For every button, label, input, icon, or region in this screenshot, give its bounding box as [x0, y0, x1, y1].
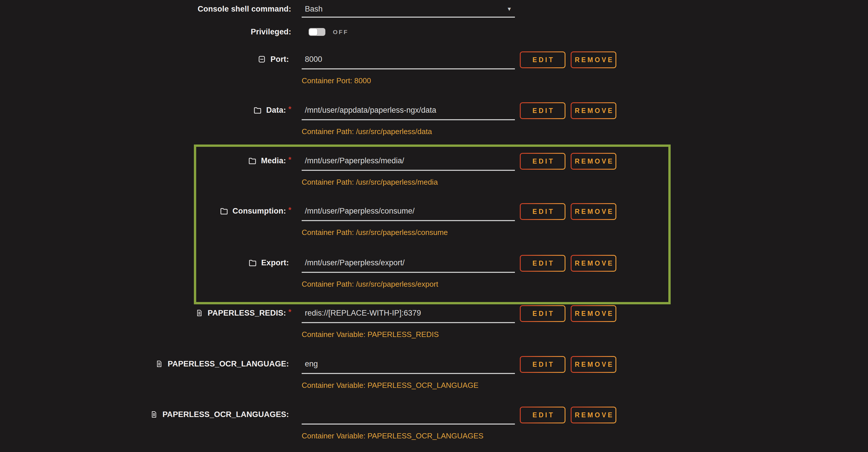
edit-button[interactable]: EDIT: [520, 102, 565, 119]
folder-icon: [253, 106, 262, 115]
field-label-cell: Privileged:: [0, 24, 291, 39]
privileged-label: Privileged:: [251, 27, 291, 36]
row-privileged: Privileged: OFF: [0, 24, 868, 50]
row-consumption: Consumption: * /mnt/user/Paperpless/cons…: [0, 202, 868, 253]
paperless-redis-label: PAPERLESS_REDIS:: [208, 309, 286, 318]
required-asterisk: *: [288, 155, 291, 164]
docker-container-settings-form: Console shell command: Bash ▾ Privileged…: [0, 0, 868, 452]
field-label-cell: Media: *: [0, 152, 291, 170]
container-path-label: Container Path: /usr/src/paperless/media: [302, 177, 438, 187]
media-value-field[interactable]: /mnt/user/Paperpless/media/: [305, 152, 404, 170]
remove-button[interactable]: REMOVE: [571, 356, 616, 373]
input-underline: [302, 68, 515, 69]
input-underline: [302, 119, 515, 120]
remove-button[interactable]: REMOVE: [571, 255, 616, 272]
row-paperless-ocr-language: PAPERLESS_OCR_LANGUAGE: eng EDIT REMOVE …: [0, 355, 868, 406]
input-underline: [302, 322, 515, 323]
field-label-cell: Console shell command:: [0, 0, 291, 18]
file-text-icon: [150, 411, 158, 419]
port-label: Port:: [271, 55, 289, 64]
edit-button[interactable]: EDIT: [520, 203, 565, 220]
media-label: Media:: [261, 156, 286, 165]
paperless-ocr-language-label: PAPERLESS_OCR_LANGUAGE:: [167, 360, 289, 368]
field-label-cell: PAPERLESS_OCR_LANGUAGES:: [0, 405, 291, 423]
data-label: Data:: [266, 106, 286, 115]
export-label: Export:: [261, 259, 289, 267]
remove-button[interactable]: REMOVE: [571, 406, 616, 423]
remove-button[interactable]: REMOVE: [571, 102, 616, 119]
privileged-toggle[interactable]: [309, 28, 326, 36]
remove-button[interactable]: REMOVE: [571, 153, 616, 170]
remove-button[interactable]: REMOVE: [571, 203, 616, 220]
container-variable-label: Container Variable: PAPERLESS_REDIS: [302, 329, 439, 339]
input-underline: [302, 220, 515, 221]
file-text-icon: [195, 309, 204, 317]
toggle-knob: [309, 29, 317, 35]
row-paperless-ocr-languages: PAPERLESS_OCR_LANGUAGES: EDIT REMOVE Con…: [0, 405, 868, 452]
remove-button[interactable]: REMOVE: [571, 52, 616, 68]
field-label-cell: PAPERLESS_OCR_LANGUAGE:: [0, 355, 291, 373]
field-label-cell: PAPERLESS_REDIS: *: [0, 304, 291, 322]
required-asterisk: *: [288, 307, 291, 317]
input-underline: [302, 272, 515, 273]
field-label-cell: Port:: [0, 50, 291, 68]
required-asterisk: *: [288, 104, 291, 114]
container-path-label: Container Path: /usr/src/paperless/expor…: [302, 279, 438, 289]
row-port: Port: 8000 EDIT REMOVE Container Port: 8…: [0, 50, 868, 101]
console-shell-command-label: Console shell command:: [198, 5, 291, 13]
remove-button[interactable]: REMOVE: [571, 305, 616, 322]
folder-icon: [220, 207, 228, 215]
container-path-label: Container Path: /usr/src/paperless/data: [302, 127, 432, 137]
field-label-cell: Consumption: *: [0, 202, 291, 220]
row-export: Export: /mnt/user/Paperpless/export/ EDI…: [0, 254, 868, 305]
paperless-ocr-languages-label: PAPERLESS_OCR_LANGUAGES:: [162, 410, 289, 419]
row-paperless-redis: PAPERLESS_REDIS: * redis://[REPLACE-WITH…: [0, 304, 868, 355]
paperless-redis-value-field[interactable]: redis://[REPLACE-WITH-IP]:6379: [305, 304, 421, 322]
container-variable-label: Container Variable: PAPERLESS_OCR_LANGUA…: [302, 431, 484, 441]
folder-icon: [248, 156, 256, 165]
consumption-label: Consumption:: [232, 207, 286, 216]
port-value-field[interactable]: 8000: [305, 50, 322, 68]
container-path-label: Container Path: /usr/src/paperless/consu…: [302, 228, 448, 237]
data-value-field[interactable]: /mnt/user/appdata/paperless-ngx/data: [305, 101, 436, 119]
select-value: Bash: [305, 0, 323, 18]
consumption-value-field[interactable]: /mnt/user/Paperpless/consume/: [305, 202, 415, 220]
chevron-down-icon: ▾: [508, 0, 511, 18]
required-asterisk: *: [288, 206, 291, 214]
field-label-cell: Export:: [0, 254, 291, 272]
folder-icon: [248, 259, 257, 267]
edit-button[interactable]: EDIT: [520, 305, 565, 322]
row-media: Media: * /mnt/user/Paperpless/media/ EDI…: [0, 152, 868, 203]
toggle-state-label: OFF: [333, 24, 348, 39]
container-variable-label: Container Variable: PAPERLESS_OCR_LANGUA…: [302, 380, 478, 390]
port-icon: [257, 55, 266, 64]
input-underline: [302, 423, 515, 425]
paperless-ocr-language-value-field[interactable]: eng: [305, 355, 318, 373]
file-text-icon: [155, 360, 163, 368]
input-underline: [302, 373, 515, 374]
edit-button[interactable]: EDIT: [520, 406, 565, 423]
field-label-cell: Data: *: [0, 101, 291, 119]
input-underline: [302, 17, 515, 18]
export-value-field[interactable]: /mnt/user/Paperpless/export/: [305, 254, 405, 272]
input-underline: [302, 170, 515, 171]
edit-button[interactable]: EDIT: [520, 52, 565, 68]
edit-button[interactable]: EDIT: [520, 255, 565, 272]
console-shell-command-select[interactable]: Bash ▾: [302, 0, 515, 18]
row-data: Data: * /mnt/user/appdata/paperless-ngx/…: [0, 101, 868, 152]
edit-button[interactable]: EDIT: [520, 153, 565, 170]
container-port-label: Container Port: 8000: [302, 76, 371, 86]
edit-button[interactable]: EDIT: [520, 356, 565, 373]
